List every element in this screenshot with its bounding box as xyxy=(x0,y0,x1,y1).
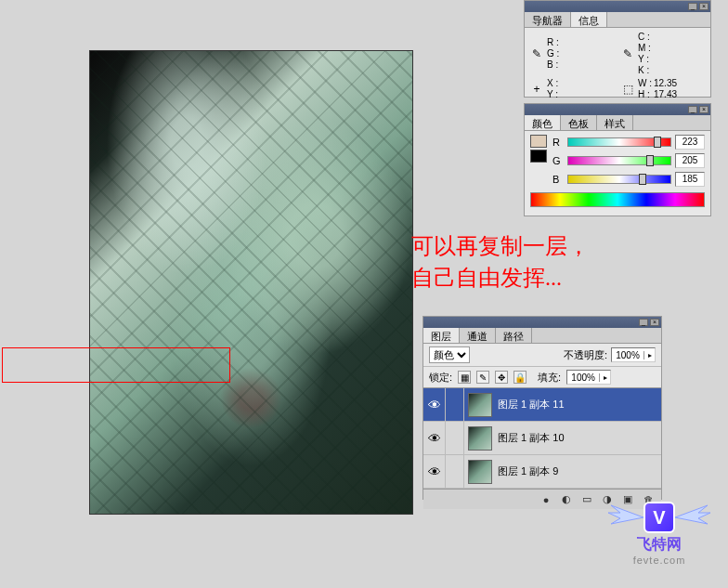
slider-g-value[interactable]: 205 xyxy=(675,153,705,168)
slider-b-value[interactable]: 185 xyxy=(675,172,705,187)
tab-navigator[interactable]: 导航器 xyxy=(525,12,571,27)
visibility-icon[interactable]: 👁 xyxy=(423,455,446,489)
fill-label: 填充: xyxy=(538,371,561,385)
dimension-icon: ⬚ xyxy=(621,83,634,96)
tab-channels[interactable]: 通道 xyxy=(460,328,496,343)
link-cell[interactable] xyxy=(446,388,464,422)
watermark: V 飞特网 fevte.com xyxy=(604,502,715,566)
slider-b[interactable] xyxy=(567,175,671,184)
color-panel: _ × 颜色 色板 样式 R 223 G 205 B 185 xyxy=(524,103,711,216)
panel-header: _ × xyxy=(525,1,710,12)
watermark-url: fevte.com xyxy=(604,555,715,566)
new-group-icon[interactable]: ▭ xyxy=(579,492,594,507)
lock-all-icon[interactable]: 🔒 xyxy=(514,371,526,384)
wing-right-icon xyxy=(675,503,712,531)
annotation-line1: 可以再复制一层， xyxy=(411,230,590,262)
layer-name[interactable]: 图层 1 副本 10 xyxy=(496,431,661,445)
layers-tabs: 图层 通道 路径 xyxy=(423,328,661,344)
minimize-icon[interactable]: _ xyxy=(688,3,697,10)
color-tabs: 颜色 色板 样式 xyxy=(525,115,710,131)
layer-thumbnail[interactable] xyxy=(468,393,492,417)
close-icon[interactable]: × xyxy=(650,319,659,326)
close-icon[interactable]: × xyxy=(699,106,708,113)
eyedropper-icon: ✎ xyxy=(621,47,634,60)
info-panel: _ × 导航器 信息 ✎ R : G : B : ✎ C : M : Y : K… xyxy=(524,0,711,98)
info-g-label: G : xyxy=(547,48,559,59)
info-y-label: Y : xyxy=(547,89,558,100)
annotation-text: 可以再复制一层， 自己自由发挥... xyxy=(411,230,590,294)
layer-row[interactable]: 👁 图层 1 副本 9 xyxy=(423,455,661,489)
chevron-right-icon[interactable]: ▸ xyxy=(599,373,610,382)
crosshair-icon: + xyxy=(530,83,543,96)
lock-brush-icon[interactable]: ✎ xyxy=(476,371,489,384)
slider-r[interactable] xyxy=(567,137,671,147)
lock-move-icon[interactable]: ✥ xyxy=(495,371,508,384)
fill-value: 100% xyxy=(567,372,599,383)
panel-header: _ × xyxy=(423,317,661,328)
layer-mask-icon[interactable]: ◐ xyxy=(559,492,574,507)
annotation-line2: 自己自由发挥... xyxy=(411,262,590,294)
slider-g[interactable] xyxy=(567,156,671,165)
tab-info[interactable]: 信息 xyxy=(571,12,607,27)
close-icon[interactable]: × xyxy=(699,3,708,10)
link-cell[interactable] xyxy=(446,422,464,455)
tab-paths[interactable]: 路径 xyxy=(496,328,532,343)
panel-header: _ × xyxy=(525,104,710,115)
info-m-label: M : xyxy=(638,43,651,54)
info-r-label: R : xyxy=(547,37,559,48)
info-c-label: C : xyxy=(638,32,651,43)
tab-color[interactable]: 颜色 xyxy=(525,115,561,130)
canvas-image[interactable] xyxy=(89,50,413,515)
layers-panel: _ × 图层 通道 路径 颜色 不透明度: 100% ▸ 锁定: ▦ ✎ ✥ 🔒… xyxy=(422,316,662,500)
minimize-icon[interactable]: _ xyxy=(688,106,697,113)
layer-name[interactable]: 图层 1 副本 11 xyxy=(496,398,661,412)
logo-badge: V xyxy=(644,502,675,533)
layer-row[interactable]: 👁 图层 1 副本 11 xyxy=(423,388,661,422)
tab-swatches[interactable]: 色板 xyxy=(561,115,597,130)
opacity-value: 100% xyxy=(612,350,644,360)
info-w-label: W : xyxy=(638,78,652,89)
info-w-value: 12.35 xyxy=(654,78,677,89)
opacity-input[interactable]: 100% ▸ xyxy=(611,347,656,362)
foreground-swatch[interactable] xyxy=(530,135,547,148)
info-h-label: H : xyxy=(638,89,652,100)
info-b-label: B : xyxy=(547,59,559,71)
minimize-icon[interactable]: _ xyxy=(639,319,648,326)
background-swatch[interactable] xyxy=(530,150,547,163)
slider-b-label: B xyxy=(552,174,564,185)
blend-mode-select[interactable]: 颜色 xyxy=(429,346,470,363)
opacity-label: 不透明度: xyxy=(564,348,607,362)
layer-thumbnail[interactable] xyxy=(468,460,492,484)
layer-thumbnail[interactable] xyxy=(468,426,492,451)
info-x-label: X : xyxy=(547,78,558,89)
tab-styles[interactable]: 样式 xyxy=(597,115,633,130)
info-k-label: K : xyxy=(638,65,651,76)
slider-g-label: G xyxy=(552,155,564,166)
info-y-label: Y : xyxy=(638,54,651,65)
layer-style-icon[interactable]: ● xyxy=(539,492,553,507)
spectrum-bar[interactable] xyxy=(530,192,705,207)
link-cell[interactable] xyxy=(446,455,464,489)
chevron-right-icon[interactable]: ▸ xyxy=(644,351,655,359)
fill-input[interactable]: 100% ▸ xyxy=(566,370,611,385)
slider-r-value[interactable]: 223 xyxy=(675,135,705,150)
info-h-value: 17.43 xyxy=(654,89,677,100)
eyedropper-icon: ✎ xyxy=(530,47,543,60)
layer-name[interactable]: 图层 1 副本 9 xyxy=(496,464,661,478)
slider-r-label: R xyxy=(552,137,564,148)
layer-list: 👁 图层 1 副本 11 👁 图层 1 副本 10 👁 图层 1 副本 9 xyxy=(423,388,661,489)
wing-left-icon xyxy=(606,503,644,531)
visibility-icon[interactable]: 👁 xyxy=(423,422,446,455)
visibility-icon[interactable]: 👁 xyxy=(423,388,446,422)
lock-label: 锁定: xyxy=(429,371,452,385)
layer-row[interactable]: 👁 图层 1 副本 10 xyxy=(423,422,661,455)
tab-layers[interactable]: 图层 xyxy=(423,328,460,343)
info-tabs: 导航器 信息 xyxy=(525,12,710,28)
watermark-brand: 飞特网 xyxy=(604,535,715,555)
lock-transparency-icon[interactable]: ▦ xyxy=(458,371,471,384)
